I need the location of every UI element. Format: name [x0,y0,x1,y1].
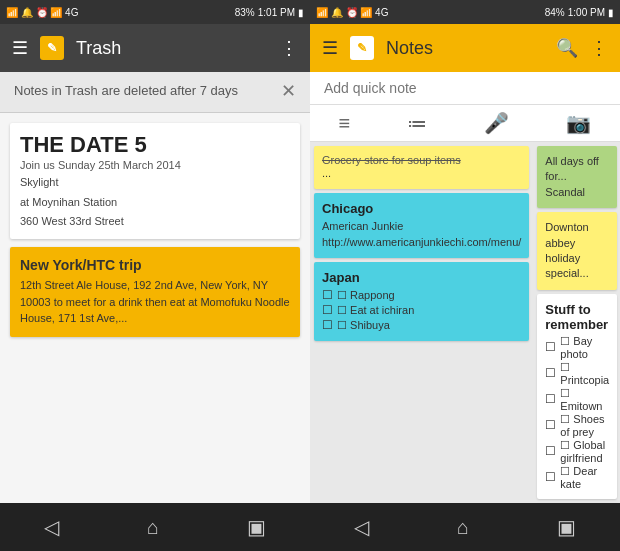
camera-note-button[interactable]: 📷 [566,111,591,135]
quick-note-bar [310,72,620,105]
note-chicago[interactable]: Chicago American Junkie http://www.ameri… [314,193,529,258]
quick-note-input[interactable] [324,80,606,96]
overflow-icon-left[interactable]: ⋮ [280,37,298,59]
toolbar-left: ☰ ✎ Trash ⋮ [0,24,310,72]
back-button-right[interactable]: ◁ [354,515,369,539]
page-title-left: Trash [76,38,268,59]
trash-notice: Notes in Trash are deleted after 7 days … [0,72,310,113]
note-white-header: THE DATE 5 [20,133,290,157]
home-button-right[interactable]: ⌂ [457,516,469,539]
japan-item-2: ☐ Eat at ichiran [322,303,521,317]
app-icon-symbol-right: ✎ [357,41,367,55]
scandal-text: All days off for... Scandal [545,154,609,200]
grocery-extra: ... [322,166,521,181]
list-note-button[interactable]: ≔ [407,111,427,135]
battery-left: 83% [235,7,255,18]
note-card-white[interactable]: THE DATE 5 Join us Sunday 25th March 201… [10,123,300,239]
note-white-sub3: at Moynihan Station [20,195,290,210]
nav-bar-left: ◁ ⌂ ▣ [0,503,310,551]
japan-title: Japan [322,270,521,285]
note-card-orange[interactable]: New York/HTC trip 12th Street Ale House,… [10,247,300,337]
app-icon-symbol: ✎ [47,41,57,55]
search-icon-right[interactable]: 🔍 [556,37,578,59]
quick-note-actions: ≡ ≔ 🎤 📷 [310,105,620,142]
note-scandal[interactable]: All days off for... Scandal [537,146,617,208]
status-right-icons: 📶 🔔 ⏰ 📶 4G [316,7,388,18]
toolbar-right: ☰ ✎ Notes 🔍 ⋮ [310,24,620,72]
menu-icon-left[interactable]: ☰ [12,37,28,59]
menu-icon-right[interactable]: ☰ [322,37,338,59]
grocery-text: Grocery store for soup items [322,154,461,166]
status-bar-right: 📶 🔔 ⏰ 📶 4G 84% 1:00 PM ▮ [310,0,620,24]
right-panel: 📶 🔔 ⏰ 📶 4G 84% 1:00 PM ▮ ☰ ✎ Notes 🔍 ⋮ ≡… [310,0,620,551]
back-button-left[interactable]: ◁ [44,515,59,539]
note-orange-title: New York/HTC trip [20,257,290,273]
stuff-title: Stuff to remember [545,302,609,332]
notes-list-left: THE DATE 5 Join us Sunday 25th March 201… [0,113,310,503]
notes-col-right: All days off for... Scandal Downton abbe… [533,142,620,503]
recents-button-left[interactable]: ▣ [247,515,266,539]
chicago-text: American Junkie http://www.americanjunki… [322,219,521,250]
stuff-item-5: ☐ Global girlfriend [545,439,609,464]
close-notice-button[interactable]: ✕ [281,80,296,102]
japan-item-3: ☐ Shibuya [322,318,521,332]
status-right-info: 83% 1:01 PM ▮ [235,7,304,18]
signal-left: ▮ [298,7,304,18]
recents-button-right[interactable]: ▣ [557,515,576,539]
notes-col-left: Grocery store for soup items ... Chicago… [310,142,533,503]
note-japan[interactable]: Japan ☐ Rappong ☐ Eat at ichiran ☐ Shibu… [314,262,529,341]
chicago-title: Chicago [322,201,521,216]
notes-grid: Grocery store for soup items ... Chicago… [310,142,620,503]
app-icon-left: ✎ [40,36,64,60]
note-downton[interactable]: Downton abbey holiday special... [537,212,617,290]
time-right: 1:00 PM [568,7,605,18]
status-right-info-right: 84% 1:00 PM ▮ [545,7,614,18]
trash-notice-text: Notes in Trash are deleted after 7 days [14,82,273,100]
stuff-item-2: ☐ Printcopia [545,361,609,386]
status-left-icons: 📶 🔔 ⏰ 📶 4G [6,7,78,18]
battery-right: 84% [545,7,565,18]
home-button-left[interactable]: ⌂ [147,516,159,539]
app-icon-right: ✎ [350,36,374,60]
signal-right: ▮ [608,7,614,18]
overflow-icon-right[interactable]: ⋮ [590,37,608,59]
stuff-item-3: ☐ Emitown [545,387,609,412]
stuff-item-4: ☐ Shoes of prey [545,413,609,438]
left-panel: 📶 🔔 ⏰ 📶 4G 83% 1:01 PM ▮ ☰ ✎ Trash ⋮ Not… [0,0,310,551]
note-orange-content: 12th Street Ale House, 192 2nd Ave, New … [20,277,290,327]
text-note-button[interactable]: ≡ [339,112,351,135]
mic-note-button[interactable]: 🎤 [484,111,509,135]
note-white-sub1: Join us Sunday 25th March 2014 [20,159,290,171]
japan-item-1: ☐ Rappong [322,288,521,302]
page-title-right: Notes [386,38,544,59]
downton-text: Downton abbey holiday special... [545,220,609,282]
nav-bar-right: ◁ ⌂ ▣ [310,503,620,551]
stuff-item-6: ☐ Dear kate [545,465,609,490]
note-stuff-to-remember[interactable]: Stuff to remember ☐ Bay photo ☐ Printcop… [537,294,617,499]
status-bar-left: 📶 🔔 ⏰ 📶 4G 83% 1:01 PM ▮ [0,0,310,24]
note-grocery[interactable]: Grocery store for soup items ... [314,146,529,189]
note-white-sub2: Skylight [20,175,290,190]
stuff-item-1: ☐ Bay photo [545,335,609,360]
note-white-sub4: 360 West 33rd Street [20,214,290,229]
time-left: 1:01 PM [258,7,295,18]
